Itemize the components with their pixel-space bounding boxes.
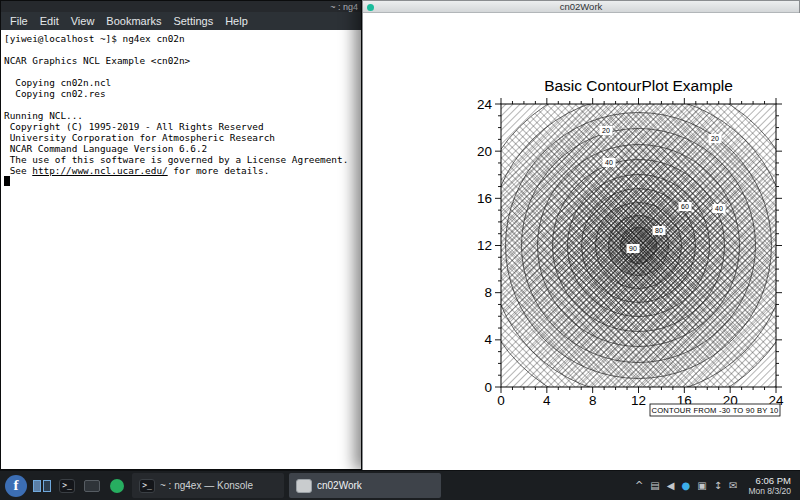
notifications-icon[interactable]: ▣ bbox=[697, 480, 706, 491]
x-tick-label: 0 bbox=[497, 393, 505, 408]
green-circle-icon bbox=[110, 479, 124, 493]
terminal-line: NCAR Command Language Version 6.6.2 bbox=[4, 143, 359, 154]
terminal-icon: >_ bbox=[59, 479, 75, 493]
x-tick-label: 12 bbox=[631, 393, 646, 408]
terminal-line: The use of this software is governed by … bbox=[4, 154, 359, 165]
y-tick-label: 24 bbox=[477, 97, 493, 112]
terminal-output[interactable]: [yiwei@localhost ~]$ ng4ex cn02n NCAR Gr… bbox=[1, 30, 361, 469]
terminal-line: Copying cn02n.ncl bbox=[4, 77, 359, 88]
contour-label: 20 bbox=[711, 135, 719, 142]
tray-expand-icon[interactable]: ^ bbox=[635, 480, 643, 491]
taskbar: f >_ >_ ~ : ng4ex — Konsole cn02Work ^ ▤… bbox=[0, 470, 800, 500]
menu-view[interactable]: View bbox=[65, 13, 101, 29]
terminal-line: Running NCL... bbox=[4, 110, 359, 121]
terminal-cursor-line bbox=[4, 176, 359, 187]
launcher-glyph: f bbox=[14, 477, 19, 494]
mail-icon[interactable]: ✉ bbox=[729, 480, 737, 491]
terminal-cursor bbox=[4, 176, 10, 186]
network-icon[interactable]: ● bbox=[682, 480, 691, 491]
cn02work-titlebar[interactable]: cn02Work bbox=[363, 1, 799, 13]
contour-caption: CONTOUR FROM -30 TO 90 BY 10 bbox=[650, 404, 780, 416]
terminal-line bbox=[4, 99, 359, 110]
volume-icon[interactable]: ◀ bbox=[667, 480, 675, 491]
desktop-2-thumbnail[interactable] bbox=[43, 480, 51, 492]
system-monitor-icon[interactable] bbox=[82, 476, 102, 496]
system-tray: ^ ▤ ◀ ● ▣ ↕ ✉ bbox=[635, 480, 744, 491]
konsole-menubar: File Edit View Bookmarks Settings Help bbox=[1, 12, 361, 30]
ncl-graphics-canvas: Basic ContourPlot Example bbox=[363, 13, 800, 470]
virtual-desktop-pager[interactable] bbox=[32, 476, 52, 496]
konsole-task-icon: >_ bbox=[139, 479, 155, 493]
contour-label: 80 bbox=[655, 227, 663, 234]
menu-file[interactable]: File bbox=[4, 13, 34, 29]
contour-plot-figure: Basic ContourPlot Example bbox=[363, 13, 800, 470]
app-launcher-icon[interactable]: f bbox=[5, 475, 27, 497]
caption-text: CONTOUR FROM -30 TO 90 BY 10 bbox=[652, 406, 779, 415]
konsole-launcher-icon[interactable]: >_ bbox=[57, 476, 77, 496]
terminal-line bbox=[4, 44, 359, 55]
terminal-line: NCAR Graphics NCL Example <cn02n> bbox=[4, 55, 359, 66]
menu-edit[interactable]: Edit bbox=[34, 13, 65, 29]
clipboard-icon[interactable]: ▤ bbox=[650, 480, 659, 491]
y-tick-label: 4 bbox=[484, 332, 492, 347]
clock-time: 6:06 PM bbox=[748, 476, 791, 486]
menu-help[interactable]: Help bbox=[219, 13, 254, 29]
y-tick-label: 20 bbox=[477, 144, 492, 159]
contour-label: 20 bbox=[602, 127, 610, 134]
clock[interactable]: 6:06 PM Mon 8/3/20 bbox=[748, 476, 795, 496]
monitor-icon bbox=[84, 480, 100, 492]
terminal-line: Copyright (C) 1995-2019 - All Rights Res… bbox=[4, 121, 359, 132]
updates-icon[interactable]: ↕ bbox=[714, 480, 722, 491]
terminal-line bbox=[4, 66, 359, 77]
terminal-line-link: See http://www.ncl.ucar.edu/ for more de… bbox=[4, 165, 359, 176]
menu-settings[interactable]: Settings bbox=[167, 13, 219, 29]
desktop: ~ : ng4 File Edit View Bookmarks Setting… bbox=[0, 0, 800, 500]
y-tick-label: 0 bbox=[484, 380, 492, 395]
link-prefix: See bbox=[4, 165, 32, 176]
task-label-konsole: ~ : ng4ex — Konsole bbox=[160, 480, 253, 491]
y-tick-label: 8 bbox=[484, 285, 492, 300]
terminal-line: University Corporation for Atmospheric R… bbox=[4, 132, 359, 143]
window-cn02work: cn02Work bbox=[362, 0, 800, 470]
ncl-url-link[interactable]: http://www.ncl.ucar.edu/ bbox=[32, 165, 167, 176]
green-app-icon[interactable] bbox=[107, 476, 127, 496]
x-tick-label: 4 bbox=[543, 393, 551, 408]
link-suffix: for more details. bbox=[168, 165, 270, 176]
clock-date: Mon 8/3/20 bbox=[748, 486, 791, 496]
konsole-titlebar[interactable]: ~ : ng4 bbox=[1, 1, 361, 12]
terminal-line: [yiwei@localhost ~]$ ng4ex cn02n bbox=[4, 33, 359, 44]
taskbar-task-konsole[interactable]: >_ ~ : ng4ex — Konsole bbox=[132, 473, 284, 498]
task-label-cn02work: cn02Work bbox=[317, 480, 362, 491]
konsole-title: ~ : ng4 bbox=[330, 2, 358, 12]
cn02work-task-icon bbox=[296, 479, 312, 493]
contour-label: 60 bbox=[681, 203, 689, 210]
cn02work-title: cn02Work bbox=[560, 1, 603, 12]
contour-label: 40 bbox=[715, 205, 723, 212]
window-konsole: ~ : ng4 File Edit View Bookmarks Setting… bbox=[0, 0, 362, 470]
y-axis-labels: 24 20 16 12 8 4 0 bbox=[477, 97, 493, 395]
contour-label: 90 bbox=[629, 245, 637, 252]
y-tick-label: 12 bbox=[477, 238, 492, 253]
window-icon[interactable] bbox=[367, 4, 374, 11]
y-tick-label: 16 bbox=[477, 191, 492, 206]
plot-title: Basic ContourPlot Example bbox=[544, 77, 733, 94]
taskbar-task-cn02work[interactable]: cn02Work bbox=[289, 473, 441, 498]
x-tick-label: 8 bbox=[589, 393, 597, 408]
desktop-1-thumbnail[interactable] bbox=[33, 480, 41, 492]
menu-bookmarks[interactable]: Bookmarks bbox=[100, 13, 167, 29]
contour-label: 40 bbox=[605, 159, 613, 166]
terminal-line: Copying cn02.res bbox=[4, 88, 359, 99]
